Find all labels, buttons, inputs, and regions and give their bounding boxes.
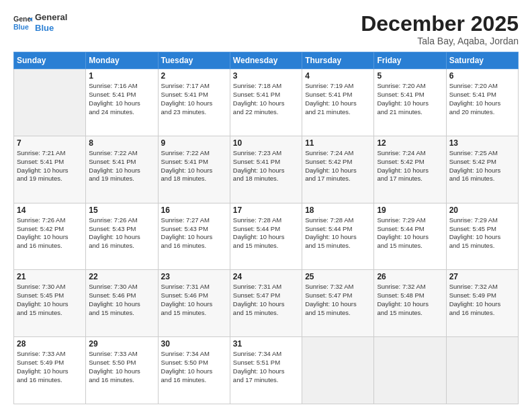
day-info: Sunrise: 7:28 AM Sunset: 5:44 PM Dayligh…: [233, 216, 299, 250]
day-number: 10: [233, 138, 299, 148]
calendar-cell: 14Sunrise: 7:26 AM Sunset: 5:42 PM Dayli…: [14, 203, 86, 270]
day-info: Sunrise: 7:27 AM Sunset: 5:43 PM Dayligh…: [161, 216, 227, 250]
day-number: 3: [233, 71, 299, 81]
day-number: 19: [377, 205, 443, 215]
calendar-cell: [374, 337, 446, 404]
day-number: 27: [449, 272, 515, 281]
day-number: 12: [377, 138, 443, 148]
day-number: 9: [161, 138, 227, 148]
day-header-friday: Friday: [374, 52, 446, 69]
day-header-tuesday: Tuesday: [158, 52, 230, 69]
day-header-saturday: Saturday: [446, 52, 518, 69]
day-number: 11: [305, 138, 371, 148]
calendar-cell: 11Sunrise: 7:24 AM Sunset: 5:42 PM Dayli…: [302, 136, 374, 203]
day-number: 6: [449, 71, 515, 81]
day-info: Sunrise: 7:32 AM Sunset: 5:49 PM Dayligh…: [449, 283, 515, 317]
day-info: Sunrise: 7:32 AM Sunset: 5:48 PM Dayligh…: [377, 283, 443, 317]
day-info: Sunrise: 7:33 AM Sunset: 5:49 PM Dayligh…: [17, 350, 83, 384]
day-info: Sunrise: 7:22 AM Sunset: 5:41 PM Dayligh…: [89, 149, 154, 183]
calendar-cell: 20Sunrise: 7:29 AM Sunset: 5:45 PM Dayli…: [446, 203, 518, 270]
logo-blue: Blue: [35, 23, 67, 34]
svg-text:General: General: [13, 15, 32, 23]
calendar-cell: 2Sunrise: 7:17 AM Sunset: 5:41 PM Daylig…: [158, 69, 230, 136]
day-info: Sunrise: 7:23 AM Sunset: 5:41 PM Dayligh…: [233, 149, 299, 183]
day-number: 31: [233, 339, 299, 349]
day-info: Sunrise: 7:34 AM Sunset: 5:51 PM Dayligh…: [233, 350, 299, 384]
calendar-cell: 8Sunrise: 7:22 AM Sunset: 5:41 PM Daylig…: [86, 136, 158, 203]
logo-general: General: [35, 12, 67, 23]
logo: General Blue General Blue: [13, 12, 67, 33]
day-info: Sunrise: 7:16 AM Sunset: 5:41 PM Dayligh…: [89, 82, 154, 116]
day-info: Sunrise: 7:33 AM Sunset: 5:50 PM Dayligh…: [89, 350, 154, 384]
day-number: 17: [233, 205, 299, 215]
day-info: Sunrise: 7:20 AM Sunset: 5:41 PM Dayligh…: [377, 82, 443, 116]
day-info: Sunrise: 7:19 AM Sunset: 5:41 PM Dayligh…: [305, 82, 371, 116]
week-row-5: 28Sunrise: 7:33 AM Sunset: 5:49 PM Dayli…: [14, 337, 519, 404]
calendar-cell: 25Sunrise: 7:32 AM Sunset: 5:47 PM Dayli…: [302, 270, 374, 337]
day-number: 22: [89, 272, 154, 281]
calendar-cell: 3Sunrise: 7:18 AM Sunset: 5:41 PM Daylig…: [230, 69, 302, 136]
calendar-cell: 18Sunrise: 7:28 AM Sunset: 5:44 PM Dayli…: [302, 203, 374, 270]
day-info: Sunrise: 7:18 AM Sunset: 5:41 PM Dayligh…: [233, 82, 299, 116]
day-number: 30: [161, 339, 227, 349]
location: Tala Bay, Aqaba, Jordan: [361, 36, 519, 46]
calendar-cell: 22Sunrise: 7:30 AM Sunset: 5:46 PM Dayli…: [86, 270, 158, 337]
day-number: 24: [233, 272, 299, 281]
day-info: Sunrise: 7:20 AM Sunset: 5:41 PM Dayligh…: [449, 82, 515, 116]
day-number: 1: [89, 71, 154, 81]
calendar-cell: 16Sunrise: 7:27 AM Sunset: 5:43 PM Dayli…: [158, 203, 230, 270]
day-number: 28: [17, 339, 83, 349]
day-info: Sunrise: 7:22 AM Sunset: 5:41 PM Dayligh…: [161, 149, 227, 183]
calendar-cell: [446, 337, 518, 404]
logo-icon: General Blue: [13, 13, 32, 32]
day-number: 15: [89, 205, 154, 215]
day-info: Sunrise: 7:28 AM Sunset: 5:44 PM Dayligh…: [305, 216, 371, 250]
calendar-cell: 26Sunrise: 7:32 AM Sunset: 5:48 PM Dayli…: [374, 270, 446, 337]
calendar-cell: 13Sunrise: 7:25 AM Sunset: 5:42 PM Dayli…: [446, 136, 518, 203]
day-number: 4: [305, 71, 371, 81]
calendar-cell: 6Sunrise: 7:20 AM Sunset: 5:41 PM Daylig…: [446, 69, 518, 136]
week-row-4: 21Sunrise: 7:30 AM Sunset: 5:45 PM Dayli…: [14, 270, 519, 337]
day-info: Sunrise: 7:34 AM Sunset: 5:50 PM Dayligh…: [161, 350, 227, 384]
calendar-cell: 15Sunrise: 7:26 AM Sunset: 5:43 PM Dayli…: [86, 203, 158, 270]
day-info: Sunrise: 7:30 AM Sunset: 5:46 PM Dayligh…: [89, 283, 154, 317]
day-info: Sunrise: 7:26 AM Sunset: 5:42 PM Dayligh…: [17, 216, 83, 250]
calendar-cell: 7Sunrise: 7:21 AM Sunset: 5:41 PM Daylig…: [14, 136, 86, 203]
day-number: 7: [17, 138, 83, 148]
calendar-cell: [302, 337, 374, 404]
week-row-1: 1Sunrise: 7:16 AM Sunset: 5:41 PM Daylig…: [14, 69, 519, 136]
day-info: Sunrise: 7:32 AM Sunset: 5:47 PM Dayligh…: [305, 283, 371, 317]
calendar-cell: 21Sunrise: 7:30 AM Sunset: 5:45 PM Dayli…: [14, 270, 86, 337]
week-row-2: 7Sunrise: 7:21 AM Sunset: 5:41 PM Daylig…: [14, 136, 519, 203]
page: General Blue General Blue December 2025 …: [0, 0, 532, 411]
calendar-table: SundayMondayTuesdayWednesdayThursdayFrid…: [13, 52, 519, 404]
calendar-cell: 9Sunrise: 7:22 AM Sunset: 5:41 PM Daylig…: [158, 136, 230, 203]
day-number: 23: [161, 272, 227, 281]
calendar-cell: 28Sunrise: 7:33 AM Sunset: 5:49 PM Dayli…: [14, 337, 86, 404]
day-info: Sunrise: 7:29 AM Sunset: 5:45 PM Dayligh…: [449, 216, 515, 250]
calendar-cell: 23Sunrise: 7:31 AM Sunset: 5:46 PM Dayli…: [158, 270, 230, 337]
week-row-3: 14Sunrise: 7:26 AM Sunset: 5:42 PM Dayli…: [14, 203, 519, 270]
day-number: 25: [305, 272, 371, 281]
day-number: 8: [89, 138, 154, 148]
calendar-cell: 1Sunrise: 7:16 AM Sunset: 5:41 PM Daylig…: [86, 69, 158, 136]
calendar-cell: 31Sunrise: 7:34 AM Sunset: 5:51 PM Dayli…: [230, 337, 302, 404]
day-info: Sunrise: 7:21 AM Sunset: 5:41 PM Dayligh…: [17, 149, 83, 183]
day-number: 5: [377, 71, 443, 81]
day-number: 16: [161, 205, 227, 215]
calendar-cell: 10Sunrise: 7:23 AM Sunset: 5:41 PM Dayli…: [230, 136, 302, 203]
day-info: Sunrise: 7:24 AM Sunset: 5:42 PM Dayligh…: [305, 149, 371, 183]
day-number: 21: [17, 272, 83, 281]
calendar-header-row: SundayMondayTuesdayWednesdayThursdayFrid…: [14, 52, 519, 69]
calendar-cell: 30Sunrise: 7:34 AM Sunset: 5:50 PM Dayli…: [158, 337, 230, 404]
month-title: December 2025: [361, 12, 519, 36]
day-number: 20: [449, 205, 515, 215]
day-info: Sunrise: 7:29 AM Sunset: 5:44 PM Dayligh…: [377, 216, 443, 250]
svg-text:Blue: Blue: [13, 22, 29, 30]
day-info: Sunrise: 7:30 AM Sunset: 5:45 PM Dayligh…: [17, 283, 83, 317]
calendar-cell: 27Sunrise: 7:32 AM Sunset: 5:49 PM Dayli…: [446, 270, 518, 337]
day-number: 26: [377, 272, 443, 281]
day-number: 2: [161, 71, 227, 81]
day-info: Sunrise: 7:26 AM Sunset: 5:43 PM Dayligh…: [89, 216, 154, 250]
calendar-cell: [14, 69, 86, 136]
